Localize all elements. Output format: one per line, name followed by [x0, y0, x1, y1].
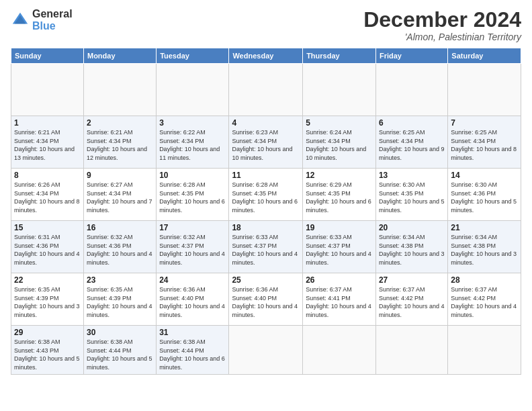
- day-number: 1: [14, 118, 81, 128]
- col-sunday: Sunday: [11, 48, 84, 64]
- table-row: 7Sunrise: 6:25 AM Sunset: 4:34 PM Daylig…: [448, 116, 521, 169]
- day-number: 29: [14, 328, 81, 337]
- table-row: 4Sunrise: 6:23 AM Sunset: 4:34 PM Daylig…: [229, 116, 303, 169]
- calendar: Sunday Monday Tuesday Wednesday Thursday…: [11, 48, 521, 374]
- day-info: Sunrise: 6:21 AM Sunset: 4:34 PM Dayligh…: [14, 128, 81, 162]
- day-number: 3: [159, 118, 226, 128]
- table-row: [303, 64, 376, 116]
- day-info: Sunrise: 6:37 AM Sunset: 4:42 PM Dayligh…: [379, 285, 445, 319]
- day-info: Sunrise: 6:33 AM Sunset: 4:37 PM Dayligh…: [306, 233, 373, 267]
- day-number: 7: [451, 118, 518, 128]
- day-info: Sunrise: 6:36 AM Sunset: 4:40 PM Dayligh…: [232, 285, 300, 319]
- day-info: Sunrise: 6:28 AM Sunset: 4:35 PM Dayligh…: [159, 181, 226, 214]
- day-number: 17: [159, 223, 226, 232]
- day-number: 28: [451, 275, 518, 285]
- day-number: 8: [14, 171, 81, 180]
- day-number: 16: [87, 223, 153, 232]
- day-info: Sunrise: 6:23 AM Sunset: 4:34 PM Dayligh…: [232, 128, 300, 162]
- col-monday: Monday: [83, 48, 156, 64]
- table-row: [375, 64, 447, 116]
- table-row: 18Sunrise: 6:33 AM Sunset: 4:37 PM Dayli…: [229, 221, 303, 273]
- table-row: 12Sunrise: 6:29 AM Sunset: 4:35 PM Dayli…: [303, 169, 376, 221]
- day-info: Sunrise: 6:35 AM Sunset: 4:39 PM Dayligh…: [87, 285, 153, 319]
- day-number: 13: [379, 171, 445, 180]
- page: General Blue December 2024 'Almon, Pales…: [0, 0, 532, 411]
- table-row: [157, 64, 229, 116]
- day-number: 4: [232, 118, 300, 128]
- day-info: Sunrise: 6:33 AM Sunset: 4:37 PM Dayligh…: [232, 233, 300, 267]
- day-info: Sunrise: 6:34 AM Sunset: 4:38 PM Dayligh…: [379, 233, 445, 267]
- day-info: Sunrise: 6:22 AM Sunset: 4:34 PM Dayligh…: [159, 128, 226, 162]
- logo-general-label: General: [32, 8, 73, 20]
- day-number: 18: [232, 223, 300, 232]
- table-row: 15Sunrise: 6:31 AM Sunset: 4:36 PM Dayli…: [11, 221, 84, 273]
- day-info: Sunrise: 6:38 AM Sunset: 4:44 PM Dayligh…: [87, 338, 153, 371]
- day-number: 11: [232, 171, 300, 180]
- table-row: 28Sunrise: 6:37 AM Sunset: 4:42 PM Dayli…: [448, 273, 521, 326]
- table-row: 17Sunrise: 6:32 AM Sunset: 4:37 PM Dayli…: [157, 221, 229, 273]
- day-number: 2: [87, 118, 153, 128]
- logo-blue-label: Blue: [32, 20, 73, 32]
- day-number: 20: [379, 223, 445, 232]
- day-number: 19: [306, 223, 373, 232]
- col-wednesday: Wednesday: [229, 48, 303, 64]
- header: General Blue December 2024 'Almon, Pales…: [11, 8, 521, 42]
- table-row: 26Sunrise: 6:37 AM Sunset: 4:41 PM Dayli…: [303, 273, 376, 326]
- col-friday: Friday: [375, 48, 447, 64]
- table-row: 5Sunrise: 6:24 AM Sunset: 4:34 PM Daylig…: [303, 116, 376, 169]
- table-row: 1Sunrise: 6:21 AM Sunset: 4:34 PM Daylig…: [11, 116, 84, 169]
- day-info: Sunrise: 6:32 AM Sunset: 4:37 PM Dayligh…: [159, 233, 226, 267]
- table-row: [83, 64, 156, 116]
- table-row: [11, 64, 84, 116]
- day-info: Sunrise: 6:35 AM Sunset: 4:39 PM Dayligh…: [14, 285, 81, 319]
- day-number: 21: [451, 223, 518, 232]
- day-info: Sunrise: 6:38 AM Sunset: 4:44 PM Dayligh…: [159, 338, 226, 371]
- day-info: Sunrise: 6:27 AM Sunset: 4:34 PM Dayligh…: [87, 181, 153, 214]
- location: 'Almon, Palestinian Territory: [363, 32, 521, 42]
- day-number: 31: [159, 328, 226, 337]
- day-number: 10: [159, 171, 226, 180]
- col-saturday: Saturday: [448, 48, 521, 64]
- table-row: 6Sunrise: 6:25 AM Sunset: 4:34 PM Daylig…: [375, 116, 447, 169]
- title-block: December 2024 'Almon, Palestinian Territ…: [363, 8, 521, 42]
- table-row: 13Sunrise: 6:30 AM Sunset: 4:35 PM Dayli…: [375, 169, 447, 221]
- day-info: Sunrise: 6:37 AM Sunset: 4:42 PM Dayligh…: [451, 285, 518, 319]
- col-tuesday: Tuesday: [157, 48, 229, 64]
- table-row: 31Sunrise: 6:38 AM Sunset: 4:44 PM Dayli…: [157, 326, 229, 374]
- table-row: [303, 326, 376, 374]
- day-number: 15: [14, 223, 81, 232]
- day-number: 25: [232, 275, 300, 285]
- table-row: 20Sunrise: 6:34 AM Sunset: 4:38 PM Dayli…: [375, 221, 447, 273]
- day-number: 26: [306, 275, 373, 285]
- day-info: Sunrise: 6:31 AM Sunset: 4:36 PM Dayligh…: [14, 233, 81, 267]
- table-row: 29Sunrise: 6:38 AM Sunset: 4:43 PM Dayli…: [11, 326, 84, 374]
- table-row: 19Sunrise: 6:33 AM Sunset: 4:37 PM Dayli…: [303, 221, 376, 273]
- table-row: 24Sunrise: 6:36 AM Sunset: 4:40 PM Dayli…: [157, 273, 229, 326]
- day-info: Sunrise: 6:36 AM Sunset: 4:40 PM Dayligh…: [159, 285, 226, 319]
- table-row: 3Sunrise: 6:22 AM Sunset: 4:34 PM Daylig…: [157, 116, 229, 169]
- table-row: 23Sunrise: 6:35 AM Sunset: 4:39 PM Dayli…: [83, 273, 156, 326]
- day-number: 9: [87, 171, 153, 180]
- table-row: [229, 64, 303, 116]
- day-number: 5: [306, 118, 373, 128]
- day-number: 6: [379, 118, 445, 128]
- day-info: Sunrise: 6:25 AM Sunset: 4:34 PM Dayligh…: [451, 128, 518, 162]
- day-info: Sunrise: 6:21 AM Sunset: 4:34 PM Dayligh…: [87, 128, 153, 162]
- calendar-header-row: Sunday Monday Tuesday Wednesday Thursday…: [11, 48, 521, 64]
- day-info: Sunrise: 6:37 AM Sunset: 4:41 PM Dayligh…: [306, 285, 373, 319]
- table-row: 16Sunrise: 6:32 AM Sunset: 4:36 PM Dayli…: [83, 221, 156, 273]
- table-row: 22Sunrise: 6:35 AM Sunset: 4:39 PM Dayli…: [11, 273, 84, 326]
- table-row: 14Sunrise: 6:30 AM Sunset: 4:36 PM Dayli…: [448, 169, 521, 221]
- table-row: 30Sunrise: 6:38 AM Sunset: 4:44 PM Dayli…: [83, 326, 156, 374]
- day-number: 27: [379, 275, 445, 285]
- table-row: [448, 326, 521, 374]
- table-row: 25Sunrise: 6:36 AM Sunset: 4:40 PM Dayli…: [229, 273, 303, 326]
- logo-icon: [11, 11, 30, 30]
- month-title: December 2024: [363, 8, 521, 32]
- day-info: Sunrise: 6:24 AM Sunset: 4:34 PM Dayligh…: [306, 128, 373, 162]
- table-row: 8Sunrise: 6:26 AM Sunset: 4:34 PM Daylig…: [11, 169, 84, 221]
- day-number: 24: [159, 275, 226, 285]
- day-number: 22: [14, 275, 81, 285]
- table-row: 10Sunrise: 6:28 AM Sunset: 4:35 PM Dayli…: [157, 169, 229, 221]
- day-number: 14: [451, 171, 518, 180]
